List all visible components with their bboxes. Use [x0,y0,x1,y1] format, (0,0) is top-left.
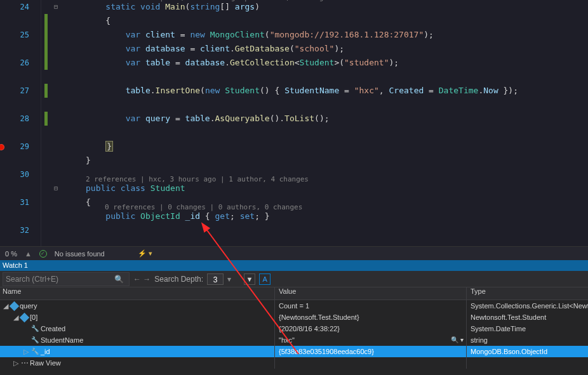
code-line[interactable]: 40 [41,223,588,237]
watch-name: StudentName [41,334,83,346]
watch-value[interactable] [275,357,467,369]
line-number: 29 [0,140,29,154]
line-number: 32 [0,223,29,237]
line-number: 27 [0,84,29,98]
code-line[interactable]: 28 var table = database.GetCollection<St… [41,56,588,70]
change-marker [44,112,48,126]
depth-input[interactable]: 3 [207,273,224,285]
code-line[interactable]: 34 } [41,140,588,154]
watch-row[interactable]: 🔧 Created{2020/8/16 4:38:22}System.DateT… [0,323,588,334]
text-visualizer-icon[interactable]: A [259,273,271,285]
property-icon: 🔧 [29,334,41,346]
watch-value[interactable]: "hxc"🔍 ▾ [275,334,467,346]
code-line[interactable]: 24⊟ static void Main(string[] args) [41,0,588,14]
expand-icon[interactable]: ▷ [23,346,29,357]
issues-text: No issues found [55,250,105,258]
raw-view-icon: ⋯ [19,357,30,369]
watch-type: string [467,334,588,346]
watch-type [467,357,588,369]
zoom-level[interactable]: 0 % [5,250,17,258]
watch-row[interactable]: ◢ queryCount = 1System.Collections.Gener… [0,300,588,312]
watch-panel: Watch 1 Search (Ctrl+E) 🔍 ← → Search Dep… [0,260,588,375]
depth-label: Search Depth: [154,275,203,284]
watch-type: Newtonsoft.Test.Student [467,312,588,323]
watch-row[interactable]: ▷⋯ Raw View [0,357,588,369]
expand-icon[interactable]: ◢ [13,312,19,323]
property-icon: 🔧 [29,346,41,357]
visualizer-icon[interactable]: 🔍 ▾ [451,334,464,346]
object-icon [20,312,30,322]
line-number: 24 [0,0,29,14]
code-line[interactable]: 33 [41,126,588,140]
fold-icon[interactable]: ⊟ [54,181,62,195]
watch-name: Created [41,323,65,334]
code-editor[interactable]: 0 references | hxc, 11 hours ago | 1 aut… [0,0,588,246]
object-icon [10,301,20,311]
change-marker [44,42,48,56]
lightning-icon[interactable]: ⚡ ▾ [138,249,152,258]
line-number: 25 [0,28,29,42]
code-line[interactable]: 31 [41,98,588,112]
fold-icon[interactable]: ⊟ [54,0,62,14]
watch-name: [0] [30,312,37,323]
code-line[interactable]: 35} [41,154,588,168]
code-line[interactable]: 25 { [41,14,588,28]
watch-value[interactable]: {Newtonsoft.Test.Student} [275,312,467,323]
col-name[interactable]: Name [0,287,275,299]
check-ok-icon: ✓ [39,250,47,258]
code-line[interactable]: 26 var client = new MongoClient("mongodb… [41,28,588,42]
watch-row[interactable]: ▷🔧 _id{5f38b83e0351908eedac60c9}MongoDB.… [0,346,588,357]
line-number: 30 [0,168,29,181]
col-type[interactable]: Type [467,287,588,299]
watch-name: Raw View [30,357,61,369]
code-line[interactable]: 32 var query = table.AsQueryable().ToLis… [41,112,588,126]
code-line[interactable]: 29 [41,70,588,84]
watch-value[interactable]: {2020/8/16 4:38:22} [275,323,467,334]
watch-type: MongoDB.Bson.ObjectId [467,346,588,357]
code-line[interactable]: 37⊟public class Student [41,181,588,195]
expand-icon[interactable]: ◢ [3,300,9,312]
watch-name: _id [41,346,50,357]
line-number: 26 [0,56,29,70]
code-line[interactable]: 30 table.InsertOne(new Student() { Stude… [41,84,588,98]
code-area[interactable]: 0 references | hxc, 11 hours ago | 1 aut… [41,0,588,246]
change-marker [44,56,48,70]
watch-value[interactable]: Count = 1 [275,300,467,312]
line-number: 31 [0,195,29,209]
search-input[interactable]: Search (Ctrl+E) 🔍 [3,272,130,286]
watch-row[interactable]: ◢ [0]{Newtonsoft.Test.Student}Newtonsoft… [0,312,588,323]
watch-toolbar: Search (Ctrl+E) 🔍 ← → Search Depth: 3 ▾ … [0,271,588,287]
watch-value[interactable]: {5f38b83e0351908eedac60c9} [275,346,467,357]
change-marker [44,28,48,42]
watch-rows: ◢ queryCount = 1System.Collections.Gener… [0,300,588,369]
watch-title[interactable]: Watch 1 [0,260,588,271]
expand-icon[interactable]: ▷ [13,357,19,369]
property-icon: 🔧 [29,323,41,334]
change-marker [44,14,48,28]
col-value[interactable]: Value [275,287,467,299]
change-marker [44,84,48,98]
watch-type: System.DateTime [467,323,588,334]
line-number: 28 [0,112,29,126]
status-bar: 0 % ▲ ✓ No issues found ⚡ ▾ [0,246,588,260]
watch-row[interactable]: 🔧 StudentName"hxc"🔍 ▾string [0,334,588,346]
search-icon[interactable]: 🔍 [112,275,126,284]
watch-columns-header[interactable]: Name Value Type [0,287,588,300]
filter-icon[interactable]: ▼ [244,273,255,285]
watch-name: query [20,300,37,312]
code-line[interactable]: 39 public ObjectId _id { get; set; } [41,209,588,223]
watch-type: System.Collections.Generic.List<Newton [467,300,588,312]
code-line[interactable]: 27 var database = client.GetDatabase("sc… [41,42,588,56]
